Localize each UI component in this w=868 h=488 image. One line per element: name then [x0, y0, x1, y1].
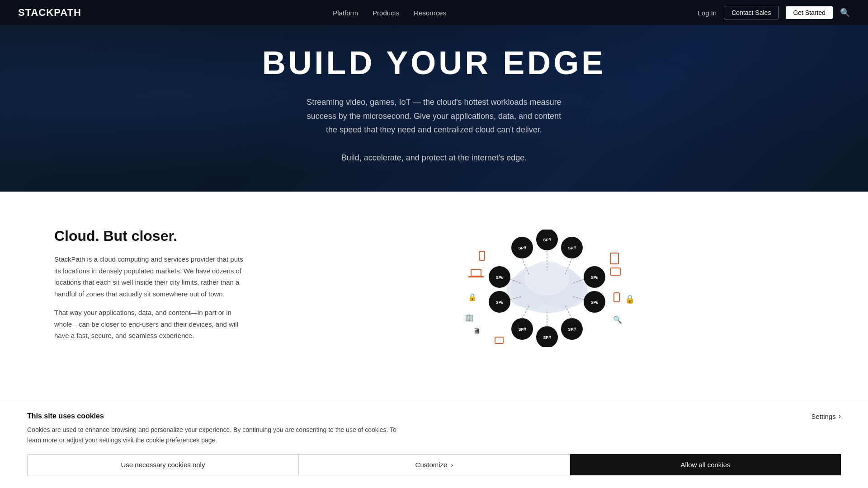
svg-rect-44	[495, 337, 503, 343]
hero-subtitle: Streaming video, games, IoT — the cloud'…	[307, 95, 561, 164]
svg-text:🏢: 🏢	[465, 313, 474, 322]
svg-text:SP//: SP//	[568, 246, 576, 250]
nav-platform[interactable]: Platform	[333, 9, 358, 17]
svg-rect-37	[610, 268, 620, 275]
cloud-title: Cloud. But closer.	[54, 228, 244, 244]
svg-text:SP//: SP//	[590, 275, 599, 280]
nav-links: Platform Products Resources	[333, 9, 446, 17]
search-icon[interactable]: 🔍	[840, 8, 850, 18]
svg-text:🔒: 🔒	[468, 293, 477, 301]
svg-text:SP//: SP//	[518, 327, 526, 332]
diagram-svg: SP// SP// SP// SP// SP// SP// SP// SP// …	[452, 230, 642, 347]
nav-right: Log In Contact Sales Get Started 🔍	[698, 6, 850, 19]
svg-text:🔍: 🔍	[613, 315, 622, 324]
cloud-para2: That way your applications, data, and co…	[54, 307, 244, 342]
svg-rect-35	[468, 276, 484, 277]
login-button[interactable]: Log In	[698, 9, 717, 17]
network-diagram: SP// SP// SP// SP// SP// SP// SP// SP// …	[280, 230, 814, 347]
svg-text:SP//: SP//	[590, 300, 599, 305]
svg-text:SP//: SP//	[568, 327, 576, 332]
cloud-section: Cloud. But closer. StackPath is a cloud …	[0, 192, 868, 385]
contact-sales-button[interactable]: Contact Sales	[724, 6, 778, 19]
nav-products[interactable]: Products	[373, 9, 399, 17]
svg-text:SP//: SP//	[495, 300, 504, 305]
svg-text:🔒: 🔒	[625, 294, 635, 304]
svg-text:🖥: 🖥	[473, 327, 480, 335]
svg-rect-45	[614, 293, 619, 302]
svg-text:SP//: SP//	[495, 275, 504, 280]
nav-resources[interactable]: Resources	[414, 9, 446, 17]
svg-text:SP//: SP//	[543, 335, 551, 340]
cloud-para1: StackPath is a cloud computing and servi…	[54, 253, 244, 300]
hero-section: BUILD YOUR EDGE Streaming video, games, …	[0, 0, 868, 192]
logo[interactable]: STACKPATH	[18, 7, 81, 19]
svg-text:SP//: SP//	[518, 246, 526, 250]
svg-text:SP//: SP//	[543, 238, 551, 242]
svg-rect-40	[610, 253, 618, 264]
cloud-text: Cloud. But closer. StackPath is a cloud …	[54, 228, 244, 349]
navbar: STACKPATH Platform Products Resources Lo…	[0, 0, 868, 25]
svg-rect-36	[479, 251, 485, 260]
svg-rect-34	[471, 269, 481, 276]
get-started-button[interactable]: Get Started	[786, 6, 833, 19]
hero-title: BUILD YOUR EDGE	[262, 45, 606, 81]
